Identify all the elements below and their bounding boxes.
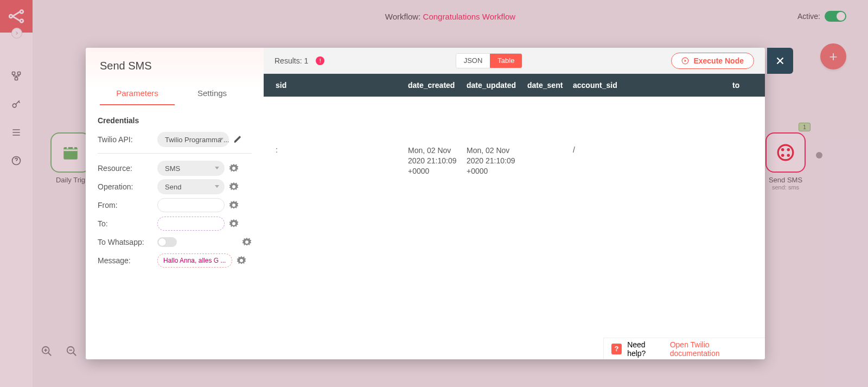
panel-tabs: Parameters Settings	[100, 82, 250, 105]
execute-node-button[interactable]: Execute Node	[671, 53, 754, 69]
label-twilio-api: Twilio API:	[98, 135, 157, 144]
toggle-to-whatsapp[interactable]	[157, 237, 177, 247]
help-bar: ? Need help? Open Twilio documentation	[603, 338, 765, 359]
row-to-whatsapp: To Whatsapp:	[98, 233, 252, 251]
cell-to	[732, 145, 765, 176]
label-resource: Resource:	[98, 164, 157, 173]
param-options-icon[interactable]	[229, 163, 239, 173]
input-from[interactable]	[157, 198, 225, 212]
param-options-icon[interactable]	[242, 237, 252, 247]
results-toolbar: Results: 1 ! JSON Table Execute Node	[264, 48, 765, 74]
select-resource[interactable]: SMS	[157, 161, 225, 176]
view-json-button[interactable]: JSON	[456, 54, 490, 68]
label-message: Message:	[98, 256, 157, 265]
row-operation: Operation: Send	[98, 177, 252, 196]
param-options-icon[interactable]	[229, 219, 239, 229]
row-resource: Resource: SMS	[98, 159, 252, 177]
view-mode-segment: JSON Table	[456, 53, 523, 68]
input-to[interactable]	[157, 217, 225, 231]
node-editor-modal: Send SMS Parameters Settings Credentials…	[86, 48, 765, 359]
close-modal-button[interactable]	[767, 48, 793, 74]
tab-settings[interactable]: Settings	[175, 82, 250, 105]
col-date-created: date_created	[408, 81, 467, 90]
param-options-icon[interactable]	[229, 182, 239, 192]
view-table-button[interactable]: Table	[490, 54, 522, 68]
cell-account-sid: /	[573, 145, 732, 176]
edit-credential-icon[interactable]	[233, 135, 242, 144]
row-message: Message: Hallo Anna, alles G ...	[98, 251, 252, 270]
results-table-row: : Mon, 02 Nov 2020 21:10:09 +0000 Mon, 0…	[264, 97, 765, 176]
cell-date-created: Mon, 02 Nov 2020 21:10:09 +0000	[408, 145, 467, 176]
param-options-icon[interactable]	[229, 200, 239, 210]
row-twilio-api: Twilio API: Twilio Programma ...	[98, 130, 252, 149]
col-sid: sid	[264, 81, 408, 90]
label-to: To:	[98, 219, 157, 228]
expression-message[interactable]: Hallo Anna, alles G ...	[157, 253, 232, 268]
help-text: Need help?	[627, 340, 665, 358]
row-to: To:	[98, 214, 252, 233]
cell-sid: :	[264, 145, 408, 176]
label-to-whatsapp: To Whatsapp:	[98, 238, 157, 246]
col-to: to	[732, 81, 765, 90]
results-panel: Results: 1 ! JSON Table Execute Node sid…	[264, 48, 765, 359]
results-table-head: sid date_created date_updated date_sent …	[264, 74, 765, 97]
cell-date-sent	[527, 145, 573, 176]
help-link[interactable]: Open Twilio documentation	[670, 340, 757, 358]
label-from: From:	[98, 201, 157, 210]
help-icon: ?	[611, 344, 622, 354]
tab-parameters[interactable]: Parameters	[100, 82, 175, 105]
parameters-panel: Send SMS Parameters Settings Credentials…	[86, 48, 264, 359]
node-title: Send SMS	[100, 60, 250, 72]
label-operation: Operation:	[98, 182, 157, 191]
col-account-sid: account_sid	[573, 81, 732, 90]
col-date-sent: date_sent	[527, 81, 573, 90]
results-count: Results: 1	[275, 56, 308, 65]
section-credentials: Credentials	[98, 116, 252, 125]
row-from: From:	[98, 196, 252, 214]
param-options-icon[interactable]	[237, 256, 246, 265]
select-twilio-credential[interactable]: Twilio Programma ...	[157, 132, 229, 147]
col-date-updated: date_updated	[467, 81, 527, 90]
cell-date-updated: Mon, 02 Nov 2020 21:10:09 +0000	[467, 145, 527, 176]
execute-node-label: Execute Node	[693, 56, 744, 65]
select-operation[interactable]: Send	[157, 179, 225, 194]
results-info-icon[interactable]: !	[316, 56, 324, 65]
